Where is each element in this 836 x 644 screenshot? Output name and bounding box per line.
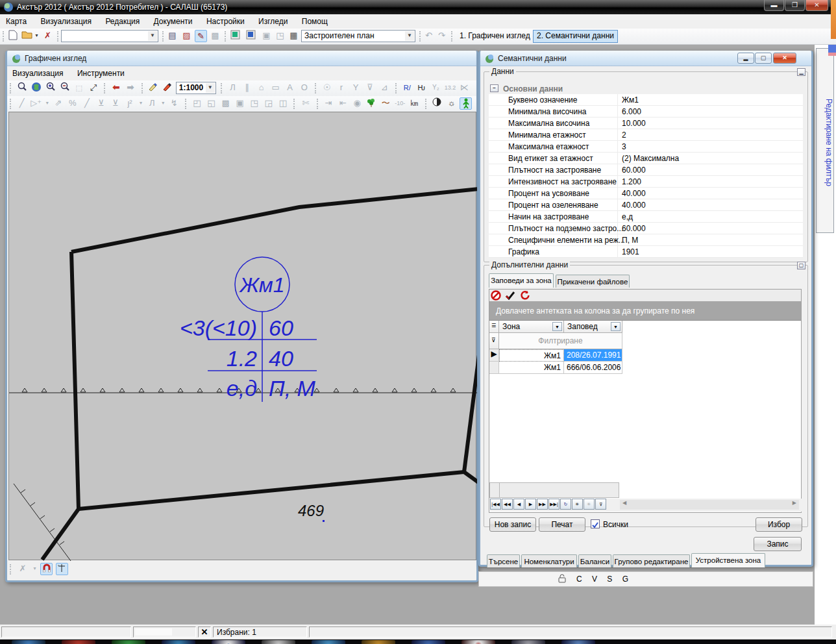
property-row[interactable]: Плътност на застрояване60.000 — [489, 164, 803, 176]
del1-icon[interactable]: ▩ — [219, 97, 232, 110]
cell-order-1[interactable]: 208/26.07.1991 — [564, 349, 622, 362]
minimize-button[interactable]: ▂ — [737, 53, 754, 64]
minimize-button[interactable]: ▬ — [764, 0, 784, 11]
k-icon[interactable]: ⋉ — [458, 82, 471, 94]
menu-izgledi[interactable]: Изгледи — [252, 14, 293, 26]
flag1-icon[interactable]: ⊽ — [364, 82, 376, 94]
flip1-icon[interactable]: ⇥ — [323, 97, 335, 110]
brush-blue-icon[interactable] — [147, 82, 160, 94]
property-row[interactable]: Плътност на подземно застро...60.000 — [489, 223, 803, 234]
grid-hscrollbar[interactable]: ◀▶ — [620, 500, 799, 510]
property-value[interactable]: 1901 — [622, 247, 639, 256]
menu-nastroiki[interactable]: Настройки — [201, 14, 251, 26]
zone-filter-dropdown[interactable]: ▼ — [552, 322, 562, 331]
property-row[interactable]: Процент на усвояване40.000 — [489, 188, 803, 199]
save-button[interactable]: Запис — [754, 537, 802, 551]
collapse-main-data-icon[interactable]: − — [490, 84, 498, 92]
circle-icon[interactable]: O — [298, 82, 310, 94]
tree-icon[interactable] — [365, 97, 378, 110]
box-down-icon[interactable]: ⊻ — [110, 97, 122, 110]
property-row[interactable]: Максимална етажност3 — [489, 141, 803, 153]
choose-button[interactable]: Избор — [756, 517, 802, 532]
all-checkbox[interactable] — [591, 519, 600, 528]
down-icon[interactable]: ⊻ — [95, 97, 107, 110]
collapse-data-button[interactable]: ▁ — [797, 68, 805, 76]
property-row[interactable]: Минимална височина6.000 — [489, 106, 803, 118]
rr-icon[interactable]: ↯ — [168, 97, 180, 110]
property-value[interactable]: 60.000 — [622, 224, 646, 233]
back-icon[interactable]: ⬅ — [110, 82, 123, 94]
hatch-red-icon[interactable]: ▨ — [180, 30, 193, 42]
point-icon[interactable]: ☉ — [321, 82, 333, 94]
h-label-icon[interactable]: Ƕ — [415, 82, 428, 94]
refresh-icon[interactable] — [520, 290, 531, 301]
globe-icon[interactable] — [30, 82, 42, 94]
new-record-button[interactable]: Нов запис — [489, 517, 536, 532]
copy-icon[interactable]: ◫ — [277, 97, 289, 110]
nav-next-page[interactable]: ▶▶ — [537, 499, 548, 510]
flag2-icon[interactable]: ⊿ — [378, 82, 391, 94]
flip2-icon[interactable]: ⇤ — [337, 97, 349, 110]
column-zone[interactable]: Зона▼ — [499, 321, 564, 333]
property-row[interactable]: Графика1901 — [489, 246, 803, 258]
restore-button[interactable]: ▢ — [755, 53, 772, 64]
polyline-icon[interactable]: Л — [227, 82, 239, 94]
property-value[interactable]: 40.000 — [622, 201, 646, 210]
property-value[interactable]: П, М — [622, 236, 638, 245]
property-row[interactable]: Минимална етажност2 — [489, 129, 803, 141]
arc-icon[interactable]: r — [335, 82, 347, 94]
contrast-icon[interactable] — [431, 97, 443, 110]
cell-zone-1[interactable]: Жм1 — [499, 349, 564, 362]
property-value[interactable]: 1.200 — [622, 177, 641, 186]
frame-small-icon[interactable]: ◳ — [275, 30, 285, 42]
line2-icon[interactable]: ╱ — [80, 97, 93, 110]
zoom-select-icon[interactable] — [16, 82, 28, 94]
line-tool-icon[interactable]: ╱ — [16, 97, 28, 110]
dropdown-icon[interactable]: ▾ — [44, 97, 50, 110]
undo-icon[interactable]: ↶ — [423, 30, 435, 42]
redo-icon[interactable]: ↷ — [436, 30, 448, 42]
thumb2-icon[interactable]: ◱ — [205, 97, 217, 110]
graphic-window-titlebar[interactable]: Графичен изглед — [7, 51, 476, 66]
property-row[interactable]: Специфични елементи на реж...П, М — [489, 234, 803, 246]
r-line-icon[interactable]: R/ — [401, 82, 413, 94]
scale-combobox[interactable]: 1:1000▼ — [176, 82, 216, 94]
nav-prev-page[interactable]: ◀◀ — [502, 499, 513, 510]
column-order[interactable]: Заповед▼ — [564, 321, 622, 333]
num-icon[interactable]: 13.2 — [444, 82, 456, 94]
open-folder-icon[interactable] — [21, 30, 33, 42]
snap-dropdown[interactable]: ▾ — [32, 563, 38, 575]
map-canvas[interactable]: Жм1 <3(<10) 60 1.2 40 е,д П, М 469 — [8, 112, 476, 560]
tab-balansi[interactable]: Баланси — [578, 554, 611, 567]
property-value[interactable]: 6.000 — [622, 107, 641, 116]
hatch-icon[interactable]: ▩ — [209, 30, 221, 42]
property-value[interactable]: 40.000 — [622, 189, 646, 198]
nav-next[interactable]: ▶ — [525, 499, 536, 510]
nav-refresh[interactable]: ↻ — [560, 499, 571, 510]
order-filter-dropdown[interactable]: ▼ — [611, 322, 621, 331]
new-document-icon[interactable] — [6, 30, 19, 42]
menu-g-vizualizacia[interactable]: Визуализация — [7, 66, 70, 78]
tab-nomenklaturi[interactable]: Номенклатури — [521, 554, 577, 567]
green-frame-icon[interactable] — [229, 30, 241, 42]
del2-icon[interactable]: ▣ — [234, 97, 246, 110]
open-folder-dropdown[interactable]: ▾ — [34, 30, 40, 42]
cell-zone-2[interactable]: Жм1 — [499, 362, 564, 374]
tab-zapovedi[interactable]: Заповеди за зона — [489, 273, 554, 288]
fence-icon[interactable]: ㎞ — [408, 97, 421, 110]
spline-icon[interactable]: Y — [350, 82, 362, 94]
rect-icon[interactable]: ▭ — [269, 82, 282, 94]
edit7-icon[interactable]: ⇗ — [52, 97, 64, 110]
layer-combobox[interactable]: ▼ — [61, 30, 158, 42]
maximize-button[interactable]: ❐ — [785, 0, 805, 11]
property-row[interactable]: Буквено означениеЖм1 — [489, 94, 803, 106]
dark-frame-icon[interactable]: ▦ — [288, 30, 300, 42]
path2-icon[interactable]: ȷ² — [124, 97, 136, 110]
property-row[interactable]: Максимална височина10.000 — [489, 118, 803, 129]
property-row[interactable]: Вид етикет за етажност(2) Максимална — [489, 153, 803, 164]
pi-icon[interactable]: Л — [146, 97, 158, 110]
windows-taskbar[interactable] — [0, 639, 836, 644]
expand-extra-button[interactable]: ▢ — [797, 262, 805, 269]
green-figure-icon[interactable] — [460, 97, 472, 110]
tools-icon[interactable]: ✗ — [42, 30, 54, 42]
